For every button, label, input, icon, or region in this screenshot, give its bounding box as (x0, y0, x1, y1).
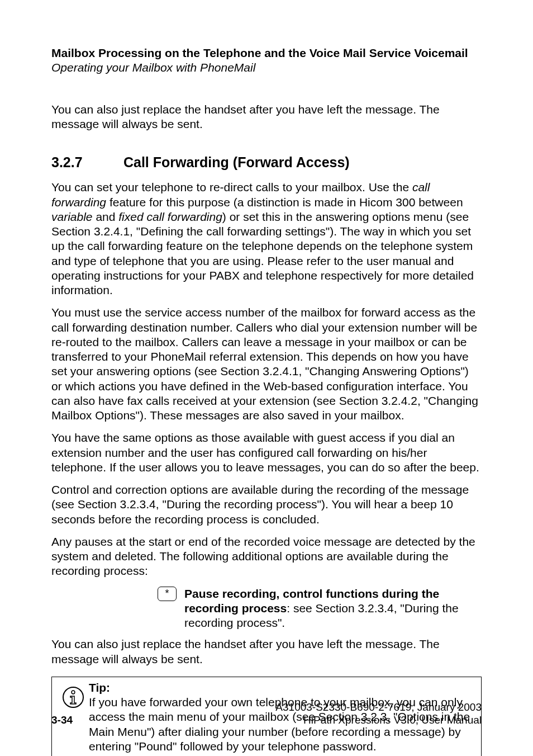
page-footer: 3-34 A31003-S2330-B690-2-7619, January 2… (51, 701, 482, 727)
footer-doc-id: A31003-S2330-B690-2-7619, January 2003 (275, 701, 482, 713)
section-number: 3.2.7 (51, 154, 120, 171)
header-subtitle: Operating your Mailbox with PhoneMail (51, 60, 482, 75)
section-title-text: Call Forwarding (Forward Access) (123, 154, 350, 170)
paragraph-4: Control and correction options are avail… (51, 483, 482, 527)
paragraph-3: You have the same options as those avail… (51, 431, 482, 475)
paragraph-5: Any pauses at the start or end of the re… (51, 535, 482, 579)
p1-variable-term: variable (51, 210, 93, 223)
paragraph-6: You can also just replace the handset af… (51, 637, 482, 667)
p1-fixed-term: fixed call forwarding (118, 210, 222, 223)
footer-left: 3-34 (51, 701, 73, 727)
p1-part-c: and (93, 210, 119, 223)
footer-product: HiPath Xpressions V3.0, User Manual (303, 714, 482, 726)
paragraph-2: You must use the service access number o… (51, 305, 482, 423)
p1-part-b: feature for this purpose (a distinction … (106, 196, 463, 209)
header-title: Mailbox Processing on the Telephone and … (51, 46, 482, 60)
section-heading: 3.2.7 Call Forwarding (Forward Access) (51, 154, 482, 171)
svg-point-1 (72, 691, 75, 694)
star-instruction-text: Pause recording, control functions durin… (184, 587, 482, 631)
paragraph-1: You can set your telephone to re-direct … (51, 180, 482, 297)
intro-paragraph: You can also just replace the handset af… (51, 102, 482, 132)
footer-right: A31003-S2330-B690-2-7619, January 2003 H… (275, 701, 482, 727)
page-number: 3-34 (51, 714, 73, 726)
tip-label: Tip: (89, 681, 110, 694)
page-header: Mailbox Processing on the Telephone and … (51, 46, 482, 75)
star-key-icon: * (158, 587, 177, 601)
p1-part-a: You can set your telephone to re-direct … (51, 181, 412, 193)
star-key-instruction: * Pause recording, control functions dur… (158, 587, 482, 631)
